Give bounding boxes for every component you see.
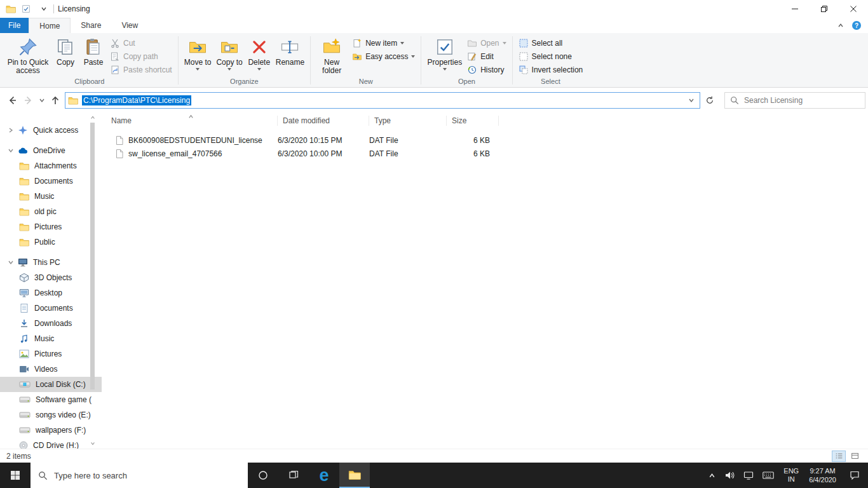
tab-file[interactable]: File [0,18,29,33]
details-view-icon [835,452,843,460]
volume-button[interactable] [720,463,739,488]
column-header-size[interactable]: Size [447,116,499,126]
sidebar-item-this-pc[interactable]: This PC [0,255,102,270]
sidebar-item-quick-access[interactable]: Quick access [0,123,102,138]
cortana-button[interactable] [248,463,278,488]
move-to-button[interactable]: Move to [182,35,214,72]
refresh-button[interactable] [702,92,718,109]
thumbnails-view-icon [851,452,859,460]
sidebar-item-3d-objects[interactable]: 3D Objects [0,270,102,285]
sidebar-item-cd-drive-h[interactable]: CD Drive (H:) [0,438,102,449]
open-group-label: Open [421,78,512,85]
qat-customize-button[interactable] [36,2,51,16]
3d-objects-icon [19,273,29,283]
file-row[interactable]: sw_license_email_4707566 6/3/2020 10:00 … [102,147,868,160]
file-row[interactable]: BK600908EDSTUDENTEDUNI_license 6/3/2020 … [102,133,868,147]
address-dropdown-button[interactable] [686,97,697,104]
select-none-button[interactable]: Select none [516,50,586,63]
sidebar-item-onedrive-documents[interactable]: Documents [0,173,102,189]
new-item-button[interactable]: New item [349,36,417,50]
restore-button[interactable] [810,0,839,18]
qat-properties-button[interactable] [18,2,34,16]
properties-button[interactable]: Properties [424,35,465,72]
column-header-date-modified[interactable]: Date modified [278,116,369,126]
sidebar-item-documents[interactable]: Documents [0,301,102,316]
edge-button[interactable] [309,463,339,488]
sidebar-item-downloads[interactable]: Downloads [0,316,102,331]
rename-button[interactable]: Rename [273,35,307,67]
sidebar-item-wallpapers-f[interactable]: wallpapers (F:) [0,423,102,438]
scroll-down-button[interactable] [90,440,95,447]
details-view-button[interactable] [832,451,846,462]
sidebar-item-software-game-d[interactable]: Software game ( [0,392,102,407]
tab-view[interactable]: View [111,18,148,33]
column-header-type[interactable]: Type [369,116,447,126]
language-indicator[interactable]: ENG IN [778,463,804,488]
copy-button[interactable]: Copy [51,35,79,67]
clock[interactable]: 9:27 AM 6/4/2020 [804,463,841,488]
task-view-button[interactable] [278,463,309,488]
cut-button[interactable]: Cut [107,36,175,50]
column-header-label: Name [111,116,132,125]
sidebar-item-local-disk-c[interactable]: Local Disk (C:) [0,377,102,392]
copy-to-button[interactable]: Copy to [214,35,245,72]
back-button[interactable] [4,92,20,109]
copy-path-button[interactable]: Copy path [107,50,175,63]
sidebar-item-music[interactable]: Music [0,331,102,346]
paste-shortcut-button[interactable]: Paste shortcut [107,63,175,76]
taskbar-search-input[interactable] [54,471,240,480]
minimize-button[interactable] [780,0,810,18]
sidebar-item-desktop[interactable]: Desktop [0,285,102,301]
address-bar[interactable]: C:\ProgramData\PTC\Licensing [65,92,700,109]
show-hidden-icons-button[interactable] [704,463,720,488]
sidebar-item-pictures[interactable]: Pictures [0,346,102,362]
sidebar-scrollbar[interactable] [90,112,95,449]
delete-button[interactable]: Delete [245,35,273,72]
file-explorer-button[interactable] [339,463,370,488]
recent-locations-button[interactable] [37,92,47,109]
action-center-button[interactable] [841,463,868,488]
sidebar-item-attachments[interactable]: Attachments [0,158,102,173]
tab-home[interactable]: Home [29,18,71,33]
edit-button[interactable]: Edit [465,50,508,63]
touch-keyboard-button[interactable] [758,463,778,488]
pictures-icon [19,349,29,359]
chevron-up-icon [837,22,844,29]
sidebar-item-songs-video-e[interactable]: songs video (E:) [0,407,102,423]
close-button[interactable] [839,0,868,18]
tab-share[interactable]: Share [71,18,111,33]
collapse-ribbon-button[interactable] [837,22,844,29]
sidebar-item-videos[interactable]: Videos [0,362,102,377]
network-button[interactable] [739,463,758,488]
date-text: 6/4/2020 [809,475,836,484]
sidebar-item-onedrive-pictures[interactable]: Pictures [0,219,102,234]
tab-home-label: Home [39,22,60,30]
new-item-icon [352,38,362,48]
sidebar-item-label: Desktop [34,288,62,297]
help-button[interactable] [851,20,862,30]
pin-to-quick-access-button[interactable]: Pin to Quick access [4,35,51,75]
paste-button[interactable]: Paste [79,35,107,67]
open-button[interactable]: Open [465,36,508,50]
thumbnails-view-button[interactable] [848,451,862,462]
new-folder-button[interactable]: New folder [314,35,349,75]
history-button[interactable]: History [465,63,508,76]
column-headers: Name Date modified Type Size [102,112,868,129]
easy-access-button[interactable]: Easy access [349,50,417,63]
file-explorer-icon [348,468,361,481]
scrollbar-thumb[interactable] [90,123,95,390]
navigation-bar: C:\ProgramData\PTC\Licensing [0,88,868,112]
folder-icon [68,95,78,105]
sidebar-item-public[interactable]: Public [0,234,102,250]
forward-button[interactable] [20,92,37,109]
scroll-up-button[interactable] [90,114,95,121]
region-code: IN [788,475,795,484]
start-button[interactable] [0,463,31,488]
invert-selection-button[interactable]: Invert selection [516,63,586,76]
explorer-search-input[interactable] [744,96,860,105]
select-all-button[interactable]: Select all [516,36,586,50]
up-button[interactable] [47,92,64,109]
sidebar-item-onedrive[interactable]: OneDrive [0,143,102,158]
sidebar-item-old-pic[interactable]: old pic [0,204,102,219]
sidebar-item-onedrive-music[interactable]: Music [0,189,102,204]
